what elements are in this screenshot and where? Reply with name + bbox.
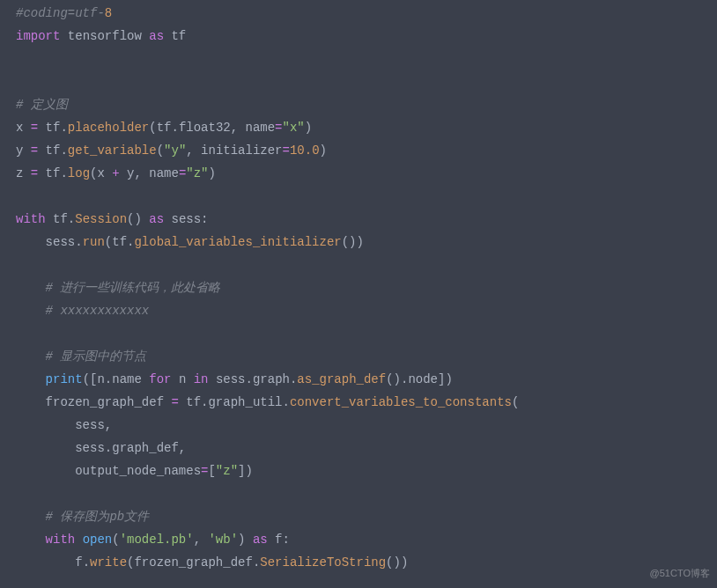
- code-line: x = tf.placeholder(tf.float32, name="x"): [16, 121, 312, 135]
- code-line: with open('model.pb', 'wb') as f:: [16, 533, 290, 547]
- code-line: sess.graph_def,: [16, 441, 186, 455]
- code-line: # 显示图中的节点: [16, 349, 146, 364]
- code-line: sess,: [16, 418, 112, 432]
- code-line: # 进行一些训练代码，此处省略: [16, 281, 220, 295]
- code-line: sess.run(tf.global_variables_initializer…: [16, 235, 364, 249]
- code-line: output_node_names=["z"]): [16, 464, 253, 478]
- code-line: z = tf.log(x + y, name="z"): [16, 166, 216, 180]
- watermark: @51CTO博客: [650, 562, 710, 584]
- code-block: #coding=utf-8 import tensorflow as tf # …: [16, 2, 701, 574]
- code-line: y = tf.get_variable("y", initializer=10.…: [16, 143, 327, 158]
- code-line: # xxxxxxxxxxxx: [16, 304, 149, 318]
- code-line: import tensorflow as tf: [16, 29, 186, 43]
- code-line: # 定义图: [16, 98, 68, 112]
- code-line: print([n.name for n in sess.graph.as_gra…: [16, 372, 453, 386]
- code-line: with tf.Session() as sess:: [16, 212, 209, 226]
- code-line: #coding=utf-8: [16, 6, 112, 20]
- code-line: f.write(frozen_graph_def.SerializeToStri…: [16, 555, 408, 570]
- code-line: # 保存图为pb文件: [16, 510, 149, 524]
- code-line: frozen_graph_def = tf.graph_util.convert…: [16, 395, 519, 409]
